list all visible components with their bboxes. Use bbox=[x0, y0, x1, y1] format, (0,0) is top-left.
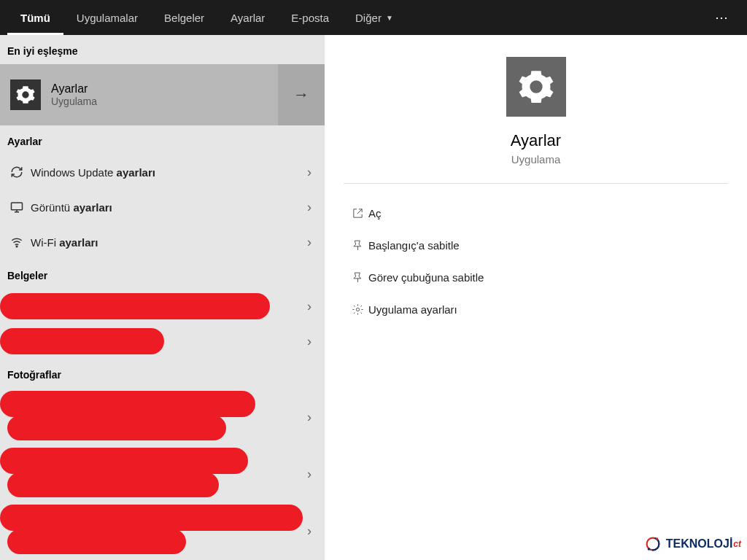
svg-point-1 bbox=[16, 246, 18, 247]
gear-icon bbox=[347, 303, 368, 316]
results-panel: En iyi eşleşme Ayarlar Uygulama → Ayarla… bbox=[0, 35, 325, 560]
section-documents: Belgeler bbox=[0, 260, 325, 289]
svg-point-6 bbox=[647, 548, 650, 551]
tab-email[interactable]: E-posta bbox=[278, 0, 342, 35]
tab-more[interactable]: Diğer▼ bbox=[342, 0, 406, 35]
result-display[interactable]: Görüntü ayarları › bbox=[0, 190, 325, 225]
best-match-title: Ayarlar bbox=[51, 82, 97, 96]
action-pin-taskbar[interactable]: Görev çubuğuna sabitle bbox=[347, 261, 725, 293]
redacted-item[interactable]: › bbox=[0, 388, 325, 445]
monitor-icon bbox=[7, 201, 26, 214]
pin-icon bbox=[347, 239, 368, 252]
chevron-right-icon: › bbox=[307, 524, 311, 539]
gear-icon bbox=[10, 79, 41, 110]
chevron-right-icon: › bbox=[307, 299, 311, 314]
action-app-settings[interactable]: Uygulama ayarları bbox=[347, 293, 725, 325]
chevron-right-icon: › bbox=[307, 200, 317, 215]
top-tabs: Tümü Uygulamalar Belgeler Ayarlar E-post… bbox=[0, 0, 747, 35]
section-settings: Ayarlar bbox=[0, 125, 325, 155]
chevron-right-icon: › bbox=[307, 235, 317, 250]
chevron-down-icon: ▼ bbox=[386, 14, 393, 22]
svg-point-5 bbox=[656, 537, 659, 540]
tab-apps[interactable]: Uygulamalar bbox=[63, 0, 151, 35]
detail-panel: Ayarlar Uygulama Aç Başlangıç'a sabitle … bbox=[325, 35, 747, 560]
detail-title: Ayarlar bbox=[511, 131, 561, 150]
chevron-right-icon: › bbox=[307, 334, 311, 349]
chevron-right-icon: › bbox=[307, 410, 311, 425]
action-open[interactable]: Aç bbox=[347, 197, 725, 229]
tab-settings[interactable]: Ayarlar bbox=[217, 0, 278, 35]
svg-point-2 bbox=[356, 308, 359, 311]
gear-icon bbox=[506, 57, 566, 117]
redacted-item[interactable]: › bbox=[0, 502, 325, 559]
best-match-item[interactable]: Ayarlar Uygulama → bbox=[0, 64, 325, 125]
result-label: Windows Update ayarları bbox=[26, 166, 307, 179]
svg-rect-0 bbox=[12, 203, 23, 210]
tab-docs[interactable]: Belgeler bbox=[151, 0, 217, 35]
watermark: TEKNOLOJİct bbox=[643, 534, 741, 554]
more-button[interactable]: ⋯ bbox=[705, 9, 740, 26]
action-pin-start[interactable]: Başlangıç'a sabitle bbox=[347, 229, 725, 261]
pin-icon bbox=[347, 271, 368, 284]
best-match-subtitle: Uygulama bbox=[51, 96, 97, 107]
chevron-right-icon: › bbox=[307, 165, 317, 180]
section-photos: Fotoğraflar bbox=[0, 359, 325, 388]
result-label: Wi-Fi ayarları bbox=[26, 236, 307, 249]
result-wifi[interactable]: Wi-Fi ayarları › bbox=[0, 225, 325, 260]
wifi-icon bbox=[7, 236, 26, 249]
refresh-icon bbox=[7, 166, 26, 179]
chevron-right-icon: › bbox=[307, 467, 311, 482]
section-best-match: En iyi eşleşme bbox=[0, 35, 325, 64]
redacted-item[interactable]: › bbox=[0, 289, 325, 324]
tab-all[interactable]: Tümü bbox=[7, 0, 63, 35]
arrow-right-icon[interactable]: → bbox=[278, 64, 325, 125]
logo-icon bbox=[643, 534, 663, 554]
detail-subtitle: Uygulama bbox=[511, 153, 561, 166]
open-icon bbox=[347, 207, 368, 219]
redacted-item[interactable]: › bbox=[0, 324, 325, 359]
result-label: Görüntü ayarları bbox=[26, 201, 307, 214]
result-windows-update[interactable]: Windows Update ayarları › bbox=[0, 155, 325, 190]
redacted-item[interactable]: › bbox=[0, 445, 325, 502]
